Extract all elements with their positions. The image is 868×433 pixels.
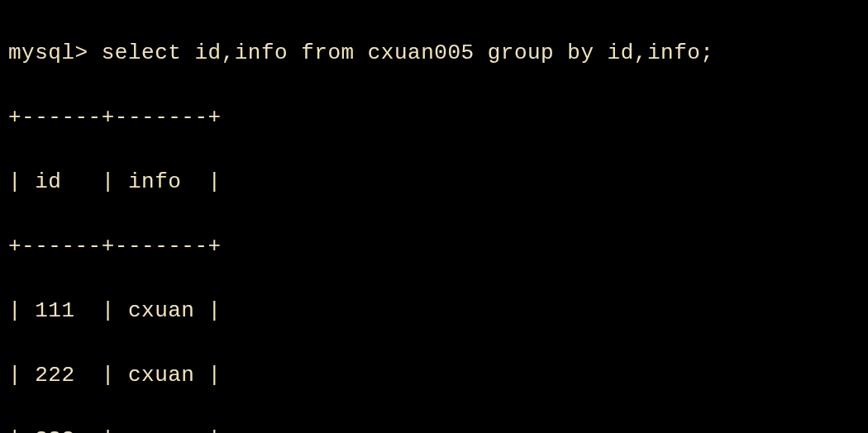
table-row: | 111 | cxuan | (8, 295, 860, 327)
query-line: mysql> select id,info from cxuan005 grou… (8, 37, 860, 69)
table-header: | id | info | (8, 166, 860, 198)
sql-query: select id,info from cxuan005 group by id… (102, 40, 714, 65)
table-border-mid: +------+-------+ (8, 231, 860, 263)
table-row: | 333 | cxuan | (8, 424, 860, 433)
mysql-prompt: mysql> (8, 40, 102, 65)
table-row: | 222 | cxuan | (8, 359, 860, 392)
mysql-terminal[interactable]: mysql> select id,info from cxuan005 grou… (8, 5, 860, 433)
table-border-top: +------+-------+ (8, 102, 860, 134)
